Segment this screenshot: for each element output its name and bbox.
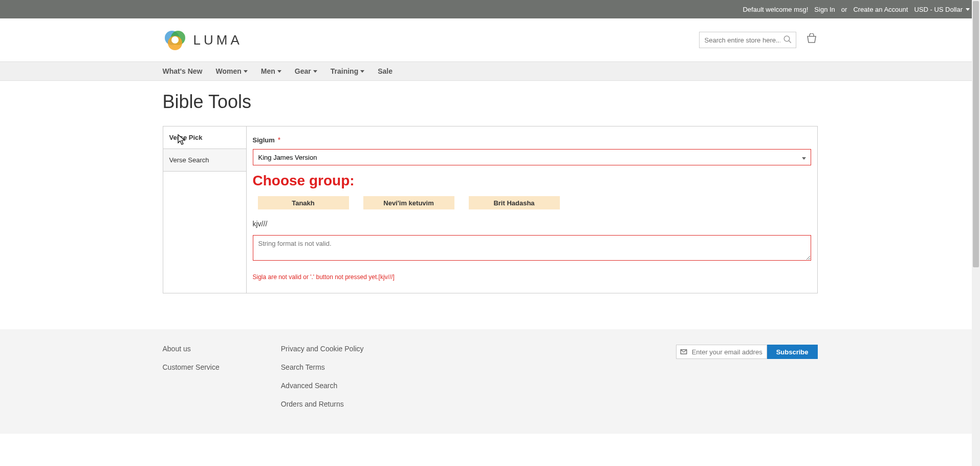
footer-customer-service-link[interactable]: Customer Service bbox=[163, 363, 220, 371]
create-account-link[interactable]: Create an Account bbox=[853, 6, 908, 13]
search-input[interactable] bbox=[699, 32, 796, 48]
siglum-select[interactable]: King James Version bbox=[253, 149, 811, 165]
search-wrap bbox=[699, 32, 796, 48]
footer-search-terms-link[interactable]: Search Terms bbox=[281, 363, 364, 371]
logo[interactable]: LUMA bbox=[163, 28, 243, 52]
nav-men[interactable]: Men bbox=[261, 67, 281, 75]
footer-about-link[interactable]: About us bbox=[163, 345, 220, 353]
nav-gear[interactable]: Gear bbox=[295, 67, 317, 75]
logo-text: LUMA bbox=[193, 32, 243, 48]
logo-icon bbox=[163, 28, 187, 52]
tab-verse-pick[interactable]: Verse Pick bbox=[163, 126, 246, 149]
siglum-label: Siglum bbox=[253, 136, 275, 144]
verse-textarea[interactable] bbox=[253, 235, 811, 261]
svg-point-3 bbox=[171, 36, 179, 44]
chevron-down-icon bbox=[277, 70, 281, 73]
search-icon[interactable] bbox=[783, 35, 792, 46]
nav-women[interactable]: Women bbox=[216, 67, 248, 75]
cart-icon[interactable] bbox=[805, 33, 818, 47]
currency-label: USD - US Dollar bbox=[914, 6, 963, 13]
footer-orders-link[interactable]: Orders and Returns bbox=[281, 400, 364, 408]
nav-label: Women bbox=[216, 67, 242, 75]
nav-sale[interactable]: Sale bbox=[378, 67, 393, 75]
nav-label: Men bbox=[261, 67, 275, 75]
chevron-down-icon bbox=[966, 8, 970, 11]
chevron-down-icon bbox=[360, 70, 364, 73]
welcome-msg: Default welcome msg! bbox=[743, 6, 808, 13]
required-mark: * bbox=[278, 136, 280, 144]
footer-advanced-search-link[interactable]: Advanced Search bbox=[281, 382, 364, 390]
svg-line-5 bbox=[789, 40, 791, 43]
nav-label: Training bbox=[331, 67, 358, 75]
group-heading: Choose group: bbox=[253, 173, 811, 189]
page-title: Bible Tools bbox=[163, 91, 818, 113]
error-message: Sigla are not valid or '.' button not pr… bbox=[253, 273, 811, 281]
mail-icon bbox=[680, 348, 687, 357]
tab-verse-search[interactable]: Verse Search bbox=[163, 149, 246, 172]
reference-text: kjv/// bbox=[253, 220, 811, 228]
footer-privacy-link[interactable]: Privacy and Cookie Policy bbox=[281, 345, 364, 353]
sign-in-link[interactable]: Sign In bbox=[814, 6, 835, 13]
svg-point-4 bbox=[784, 36, 790, 41]
chevron-down-icon bbox=[244, 70, 248, 73]
nav-label: What's New bbox=[163, 67, 203, 75]
or-text: or bbox=[841, 6, 847, 13]
newsletter-input[interactable] bbox=[676, 345, 767, 359]
group-neviim-button[interactable]: Nevi'im ketuvim bbox=[363, 196, 454, 209]
scrollbar[interactable] bbox=[972, 0, 980, 434]
nav-training[interactable]: Training bbox=[331, 67, 364, 75]
nav-label: Gear bbox=[295, 67, 311, 75]
group-brit-button[interactable]: Brit Hadasha bbox=[469, 196, 560, 209]
chevron-down-icon bbox=[313, 70, 317, 73]
currency-select[interactable]: USD - US Dollar bbox=[914, 6, 970, 13]
subscribe-button[interactable]: Subscribe bbox=[767, 345, 818, 359]
group-tanakh-button[interactable]: Tanakh bbox=[258, 196, 349, 209]
nav-whats-new[interactable]: What's New bbox=[163, 67, 203, 75]
nav-label: Sale bbox=[378, 67, 393, 75]
scrollbar-thumb[interactable] bbox=[973, 1, 979, 267]
